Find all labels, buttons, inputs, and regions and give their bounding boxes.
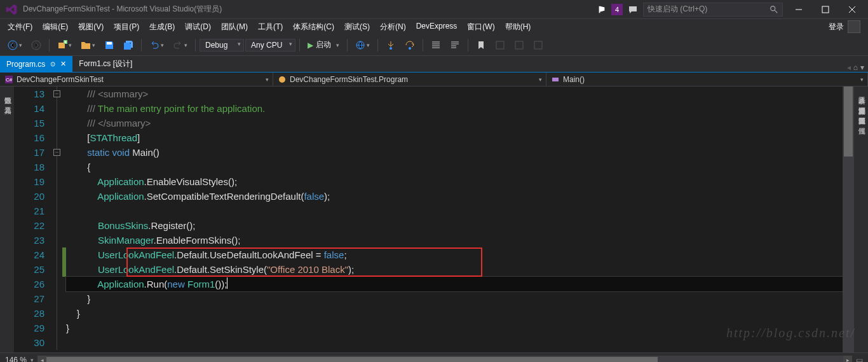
outline-collapse-icon[interactable]: − [53,149,60,156]
zoom-dropdown[interactable]: 146 % [5,356,34,363]
tab-home-icon[interactable]: ⌂ [853,63,858,72]
step-over-button[interactable] [401,38,419,53]
code-editor[interactable]: 131415161718192021222324252627282930 − −… [14,87,843,352]
title-bar: DevChangeFormSkinTest - Microsoft Visual… [0,0,868,19]
rail-tab[interactable]: 团队资源管理器 [854,109,868,115]
menu-bar: 文件(F)编辑(E)视图(V)项目(P)生成(B)调试(D)团队(M)工具(T)… [0,19,868,34]
csharp-project-icon: C# [5,76,13,83]
rail-tab[interactable]: 工具箱 [0,99,14,104]
menu-item[interactable]: 分析(N) [375,20,411,34]
code-navigation-bar: C# DevChangeFormSkinTest DevChangeFormSk… [0,73,868,87]
menu-item[interactable]: 项目(P) [109,20,144,34]
hscroll-left-button[interactable]: ◂ [37,356,46,363]
nav-member-dropdown[interactable]: Main() [546,73,868,86]
avatar-icon[interactable] [848,20,860,33]
redo-button: ▾ [169,38,191,53]
config-dropdown[interactable]: Debug [200,39,244,52]
right-tool-rail: 诊断工具解决方案资源管理器团队资源管理器属性 [854,87,868,352]
editor-area: 数银源工具箱 131415161718192021222324252627282… [0,87,868,352]
maximize-button[interactable] [815,1,836,18]
save-all-button[interactable] [119,38,137,53]
comment-out-button[interactable] [427,38,445,53]
tab-scroll-left-icon[interactable]: ◂ [847,63,851,72]
tb-btn-dim3 [529,38,547,53]
svg-rect-9 [496,41,504,49]
close-icon[interactable]: ✕ [60,60,66,68]
document-tab[interactable]: Form1.cs [设计] [72,56,139,72]
open-file-button[interactable]: ▾ [77,38,99,53]
svg-rect-1 [822,6,829,13]
svg-point-0 [771,6,775,10]
pin-icon[interactable]: ⊙ [50,60,55,67]
editor-bottom-bar: 146 % ◂ ▸ ▭ [0,352,868,362]
rail-tab[interactable]: 属性 [854,120,868,125]
watermark-text: http://blog.csdn.net/ [726,326,855,340]
nav-class-dropdown[interactable]: DevChangeFormSkinTest.Program [273,73,546,86]
nav-back-button[interactable]: ▾ [4,38,26,53]
split-icon[interactable]: ▭ [856,356,863,363]
left-tool-rail: 数银源工具箱 [0,87,14,352]
menu-item[interactable]: 编辑(E) [37,20,73,34]
search-icon [770,5,778,14]
new-project-button[interactable]: ▾ [53,38,76,53]
platform-dropdown[interactable]: Any CPU [245,39,295,52]
step-into-button[interactable] [382,38,400,53]
minimize-button[interactable] [788,1,810,18]
start-debug-button[interactable]: ▶启动▾ [304,38,343,52]
tab-dropdown-icon[interactable]: ▾ [860,63,864,72]
red-highlight-box [126,247,482,277]
uncomment-button[interactable] [446,38,464,53]
code-text-area[interactable]: /// <summary> /// The main entry point f… [66,87,843,352]
signin-link[interactable]: 登录 [829,22,844,32]
tb-btn-dim2 [510,38,528,53]
feedback-icon[interactable] [628,4,638,15]
svg-rect-10 [515,41,523,49]
svg-point-14 [279,76,285,83]
horizontal-scrollbar[interactable]: ◂ ▸ [37,356,852,363]
menu-item[interactable]: 团队(M) [216,20,253,34]
scroll-thumb[interactable] [844,87,853,157]
line-number-gutter: 131415161718192021222324252627282930 [14,87,52,352]
menu-item[interactable]: 工具(T) [253,20,288,34]
vertical-scrollbar[interactable] [843,87,854,352]
nav-project-dropdown[interactable]: C# DevChangeFormSkinTest [0,73,273,86]
menu-item[interactable]: 文件(F) [3,20,37,34]
document-tab[interactable]: Program.cs⊙✕ [0,56,72,72]
outline-column[interactable]: − − [52,87,62,352]
svg-rect-15 [552,78,559,81]
svg-point-7 [390,47,392,50]
menu-item[interactable]: DevExpress [411,20,463,34]
notification-count[interactable]: 4 [611,4,623,15]
rail-tab[interactable]: 诊断工具 [854,89,868,94]
menu-item[interactable]: 视图(V) [73,20,109,34]
vs-logo-icon [5,3,18,16]
nav-forward-button [27,38,45,53]
quick-launch-input[interactable]: 快速启动 (Ctrl+Q) [643,3,783,17]
rail-tab[interactable]: 数银源 [0,89,14,94]
menu-item[interactable]: 生成(B) [144,20,180,34]
document-tabs: Program.cs⊙✕Form1.cs [设计] ◂ ⌂ ▾ [0,56,868,73]
undo-button[interactable]: ▾ [146,38,168,53]
method-icon [552,76,559,83]
notification-flag-icon[interactable] [597,5,606,14]
class-icon [278,76,286,83]
hscroll-right-button[interactable]: ▸ [843,356,852,363]
toolbar: ▾ ▾ ▾ ▾ ▾ Debug Any CPU ▶启动▾ ▾ [0,34,868,56]
menu-item[interactable]: 测试(S) [339,20,375,34]
bookmark-button[interactable] [472,38,490,53]
menu-item[interactable]: 体系结构(C) [288,20,339,34]
svg-rect-11 [534,41,542,49]
menu-item[interactable]: 帮助(H) [500,20,536,34]
browser-link-button[interactable]: ▾ [351,38,374,53]
svg-text:C#: C# [6,77,13,83]
svg-point-8 [409,47,411,50]
tb-btn-dim1 [491,38,509,53]
menu-item[interactable]: 窗口(W) [462,20,499,34]
close-button[interactable] [841,1,863,18]
svg-rect-5 [107,42,112,45]
save-button[interactable] [100,38,118,53]
hscroll-thumb[interactable] [46,357,657,363]
outline-collapse-icon[interactable]: − [53,90,60,97]
rail-tab[interactable]: 解决方案资源管理器 [854,99,868,104]
menu-item[interactable]: 调试(D) [180,20,216,34]
